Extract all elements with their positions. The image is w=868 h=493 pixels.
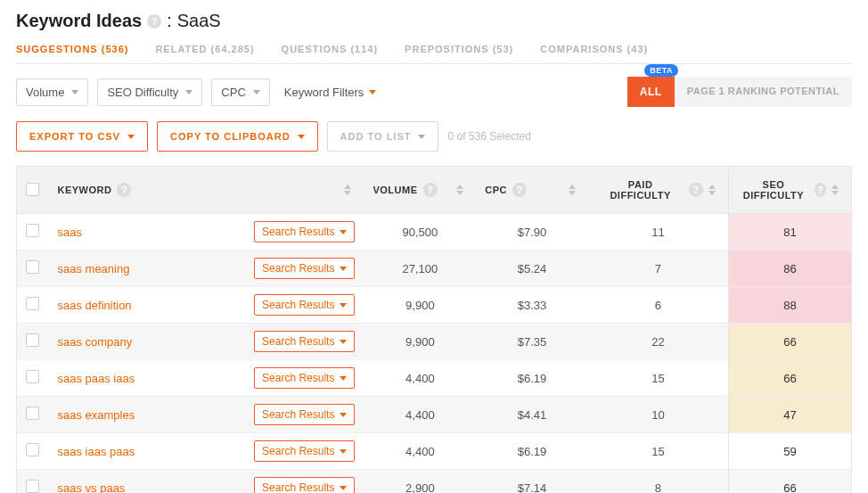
col-cpc-header[interactable]: CPC [485, 185, 507, 195]
search-results-button[interactable]: Search Results [254, 440, 355, 462]
cpc-cell: $5.24 [476, 251, 588, 287]
tab-prepositions[interactable]: PREPOSITIONS (53) [405, 44, 513, 54]
cpc-cell: $3.33 [476, 287, 588, 324]
col-keyword-header[interactable]: KEYWORD [57, 185, 111, 195]
keywords-table: KEYWORD ? VOLUME ? CPC ? [16, 166, 852, 493]
export-to-csv-button[interactable]: EXPORT TO CSV [16, 121, 148, 152]
segment-page1-potential[interactable]: PAGE 1 RANKING POTENTIAL [675, 77, 852, 107]
chevron-down-icon [418, 135, 425, 139]
table-row: saas meaningSearch Results27,100$5.24786 [17, 251, 852, 287]
sort-control[interactable] [831, 185, 842, 195]
chevron-down-icon [340, 449, 347, 454]
seo-difficulty-cell: 47 [729, 397, 852, 433]
help-icon[interactable]: ? [423, 183, 438, 197]
volume-cell: 9,900 [364, 287, 476, 324]
row-checkbox[interactable] [26, 370, 39, 383]
keyword-link[interactable]: saas [57, 226, 81, 239]
row-checkbox[interactable] [26, 407, 39, 420]
chevron-down-icon [340, 376, 347, 381]
chevron-down-icon [340, 267, 347, 271]
paid-difficulty-cell: 22 [588, 324, 729, 360]
help-icon[interactable]: ? [147, 14, 161, 29]
cpc-cell: $4.41 [476, 397, 588, 433]
chevron-down-icon [298, 135, 305, 139]
seo-difficulty-cell: 66 [729, 470, 852, 494]
tab-questions[interactable]: QUESTIONS (114) [282, 44, 379, 54]
keyword-link[interactable]: saas meaning [57, 262, 129, 275]
volume-filter-label: Volume [26, 86, 64, 99]
keyword-link[interactable]: saas paas iaas [57, 372, 135, 385]
seo-difficulty-cell: 81 [729, 214, 852, 251]
search-results-button[interactable]: Search Results [254, 404, 355, 425]
search-results-button[interactable]: Search Results [254, 294, 355, 316]
keyword-filters-label: Keyword Filters [284, 86, 364, 99]
search-results-button[interactable]: Search Results [254, 367, 355, 389]
search-results-button[interactable]: Search Results [254, 477, 355, 493]
seo-difficulty-filter[interactable]: SEO Difficulty [97, 78, 202, 106]
keyword-filters[interactable]: Keyword Filters [279, 86, 377, 99]
keyword-link[interactable]: saas definition [57, 299, 131, 312]
col-paid-difficulty-header[interactable]: PAID DIFFICULTY [597, 179, 684, 201]
chevron-down-icon [369, 90, 376, 94]
cpc-cell: $6.19 [476, 433, 588, 470]
tab-comparisons[interactable]: COMPARISONS (43) [540, 44, 648, 54]
tab-suggestions[interactable]: SUGGESTIONS (536) [16, 44, 128, 54]
col-volume-header[interactable]: VOLUME [373, 185, 417, 195]
segment-all[interactable]: ALL [627, 77, 675, 107]
table-row: saas companySearch Results9,900$7.352266 [17, 324, 852, 360]
chevron-down-icon [71, 90, 78, 94]
sort-control[interactable] [569, 185, 579, 195]
row-checkbox[interactable] [26, 333, 39, 347]
search-results-button[interactable]: Search Results [254, 331, 355, 352]
row-checkbox[interactable] [26, 443, 39, 456]
chevron-down-icon [340, 230, 347, 234]
cpc-filter-label: CPC [221, 86, 245, 99]
chevron-down-icon [340, 340, 347, 344]
row-checkbox[interactable] [26, 260, 39, 274]
volume-cell: 27,100 [364, 251, 476, 287]
cpc-filter[interactable]: CPC [211, 78, 269, 106]
help-icon[interactable]: ? [117, 183, 131, 197]
beta-badge: BETA [644, 64, 678, 77]
help-icon[interactable]: ? [689, 183, 703, 197]
tabs-bar: SUGGESTIONS (536) RELATED (64,285) QUEST… [16, 44, 852, 64]
add-to-list-button[interactable]: ADD TO LIST [327, 121, 439, 152]
volume-cell: 9,900 [364, 324, 476, 360]
keyword-link[interactable]: saas iaas paas [57, 445, 135, 458]
sort-control[interactable] [708, 185, 719, 195]
table-row: saas definitionSearch Results9,900$3.336… [17, 287, 852, 324]
view-segments: BETA ALL PAGE 1 RANKING POTENTIAL [627, 77, 852, 107]
seo-difficulty-cell: 66 [729, 324, 852, 360]
keyword-link[interactable]: saas examples [57, 408, 135, 422]
keyword-link[interactable]: saas vs paas [57, 481, 125, 494]
chevron-down-icon [340, 413, 347, 417]
chevron-down-icon [340, 486, 347, 490]
filters-row: Volume SEO Difficulty CPC Keyword Filter… [16, 77, 852, 107]
keyword-link[interactable]: saas company [57, 335, 132, 349]
chevron-down-icon [127, 135, 135, 139]
addlist-label: ADD TO LIST [340, 131, 412, 142]
selection-count: 0 of 536 Selected [447, 130, 530, 143]
volume-cell: 4,400 [364, 397, 476, 433]
help-icon[interactable]: ? [512, 183, 527, 197]
row-checkbox[interactable] [26, 480, 39, 493]
actions-row: EXPORT TO CSV COPY TO CLIPBOARD ADD TO L… [16, 121, 852, 152]
select-all-checkbox[interactable] [26, 183, 39, 196]
paid-difficulty-cell: 7 [588, 251, 729, 287]
search-results-button[interactable]: Search Results [254, 258, 355, 279]
search-results-button[interactable]: Search Results [254, 221, 355, 242]
sort-control[interactable] [456, 185, 467, 195]
col-seo-difficulty-header[interactable]: SEO DIFFICULTY [738, 179, 809, 201]
copy-label: COPY TO CLIPBOARD [170, 131, 291, 142]
volume-cell: 4,400 [364, 433, 476, 470]
volume-cell: 4,400 [364, 360, 476, 397]
help-icon[interactable]: ? [815, 183, 826, 197]
copy-to-clipboard-button[interactable]: COPY TO CLIPBOARD [157, 121, 318, 152]
row-checkbox[interactable] [26, 224, 39, 237]
cpc-cell: $6.19 [476, 360, 588, 397]
row-checkbox[interactable] [26, 297, 39, 310]
tab-related[interactable]: RELATED (64,285) [155, 44, 254, 54]
sort-control[interactable] [344, 185, 355, 195]
seo-difficulty-cell: 66 [729, 360, 852, 397]
volume-filter[interactable]: Volume [16, 78, 88, 106]
